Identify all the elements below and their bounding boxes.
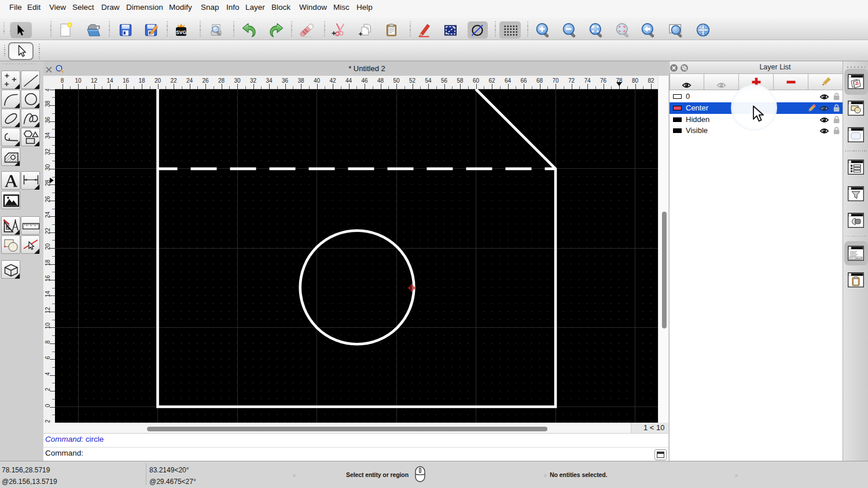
svg-text:C> command: C> command <box>851 257 862 260</box>
svg-text:SVG: SVG <box>176 29 186 35</box>
